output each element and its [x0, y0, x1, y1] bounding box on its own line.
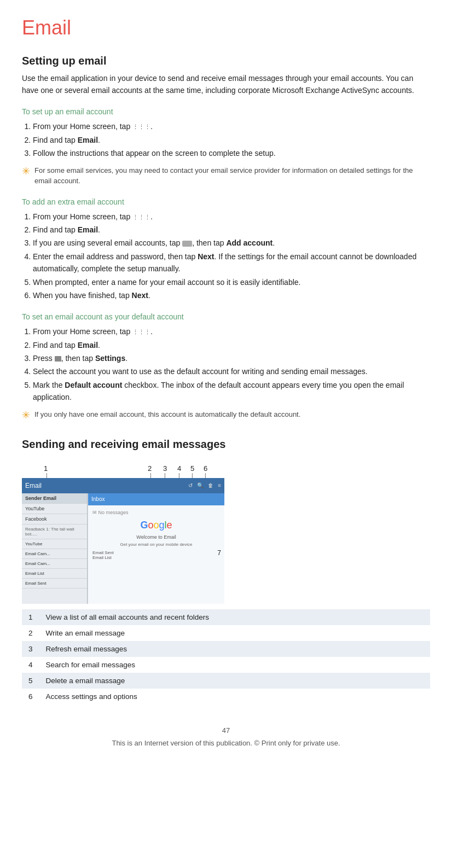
default-account-bold: Default account [65, 381, 122, 389]
topbar-icon-1: ↺ [188, 482, 193, 488]
step-3-4: Select the account you want to use as th… [33, 365, 430, 377]
num-label-4: 4 [177, 464, 181, 473]
sidebar-item-4: Readback 1: The tall wait bot..... [22, 525, 87, 539]
step-2-6: When you have finished, tap Next. [33, 289, 430, 301]
next-bold-2: Next [132, 291, 148, 300]
step-2-4: Enter the email address and password, th… [33, 251, 430, 275]
setting-up-email-intro: Use the email application in your device… [22, 73, 430, 96]
grid-icon-3: ⋮⋮⋮ [132, 329, 150, 335]
sidebar-item-8: Email List [22, 569, 87, 579]
table-cell-num-4: 4 [22, 657, 39, 673]
table-cell-desc-5: Delete a email massage [39, 673, 430, 689]
google-logo: Google [92, 520, 220, 531]
table-cell-desc-4: Search for email messages [39, 657, 430, 673]
grid-icon-2: ⋮⋮⋮ [132, 214, 150, 220]
topbar-icon-3: 🗑 [208, 482, 213, 488]
sidebar-item-5: YouTube [22, 539, 87, 549]
settings-bold: Settings [95, 354, 125, 363]
table-row: 2 Write an email message [22, 625, 430, 641]
app-main-body: ✉ No messages Google Welcome to Email Ge… [88, 505, 224, 564]
table-row: 5 Delete a email massage [22, 673, 430, 689]
sidebar-item-3: Facebook [22, 514, 87, 525]
sending-receiving-section: Sending and receiving email messages 1 2… [22, 438, 430, 704]
subsection-title-2: To add an extra email account [22, 197, 430, 206]
tip-icon-1: ✳ [22, 164, 30, 179]
table-cell-num-6: 6 [22, 689, 39, 704]
tip-icon-2: ✳ [22, 408, 30, 423]
app-sender-info: Email Sent Email List [92, 550, 220, 560]
num-label-2: 2 [148, 464, 152, 473]
num-label-5: 5 [190, 464, 194, 473]
app-topbar-title: Email [25, 482, 42, 490]
add-account-bold: Add account [226, 238, 273, 247]
sidebar-item-7: Email Cam... [22, 559, 87, 569]
footer-text: This is an Internet version of this publ… [22, 739, 430, 747]
app-main: Inbox ✉ No messages Google Welcome to Em… [88, 493, 224, 604]
grid-icon-1: ⋮⋮⋮ [132, 123, 150, 132]
topbar-icon-2: 🔍 [197, 482, 204, 488]
sidebar-item-6: Email Cam... [22, 549, 87, 559]
app-main-header: Inbox [88, 493, 224, 505]
app-screenshot: Email ↺ 🔍 🗑 ≡ Sender Email YouTube Faceb… [22, 478, 224, 604]
table-cell-desc-3: Refresh email messages [39, 641, 430, 657]
sidebar-item-1: Sender Email [22, 493, 87, 504]
table-cell-num-5: 5 [22, 673, 39, 689]
table-cell-desc-2: Write an email message [39, 625, 430, 641]
table-cell-num-1: 1 [22, 609, 39, 625]
step-3-2: Find and tap Email. [33, 339, 430, 351]
email-bold-2: Email [78, 225, 98, 234]
step-1-1: From your Home screen, tap ⋮⋮⋮. [33, 120, 430, 132]
tick-marks-row: | | | | | | [22, 473, 235, 478]
step-1-2: Find and tap Email. [33, 134, 430, 146]
step-3-3: Press , then tap Settings. [33, 352, 430, 364]
table-row: 1 View a list of all email accounts and … [22, 609, 430, 625]
table-row: 6 Access settings and options [22, 689, 430, 704]
app-topbar: Email ↺ 🔍 🗑 ≡ [22, 478, 224, 493]
info-table: 1 View a list of all email accounts and … [22, 609, 430, 704]
sidebar-item-2: YouTube [22, 504, 87, 514]
topbar-icon-4: ≡ [218, 482, 221, 488]
tip-box-1: ✳ For some email services, you may need … [22, 165, 430, 187]
next-bold-1: Next [198, 252, 214, 261]
page-number: 47 [22, 726, 430, 735]
setting-up-email-heading: Setting up email [22, 55, 430, 67]
app-sidebar: Sender Email YouTube Facebook Readback 1… [22, 493, 88, 604]
tip-text-1: For some email services, you may need to… [34, 165, 430, 187]
table-row: 4 Search for email messages [22, 657, 430, 673]
step-3-5: Mark the Default account checkbox. The i… [33, 379, 430, 404]
sending-receiving-heading: Sending and receiving email messages [22, 438, 430, 451]
num-label-7: 7 [217, 549, 221, 557]
screenshot-number-row: 1 2 3 4 5 6 [22, 456, 235, 473]
step-2-2: Find and tap Email. [33, 224, 430, 236]
table-cell-num-3: 3 [22, 641, 39, 657]
table-cell-num-2: 2 [22, 625, 39, 641]
num-label-3: 3 [163, 464, 167, 473]
steps-list-3: From your Home screen, tap ⋮⋮⋮. Find and… [33, 325, 430, 403]
dropdown-icon [182, 241, 192, 247]
step-2-3: If you are using several email accounts,… [33, 237, 430, 249]
menu-icon [55, 356, 61, 362]
app-main-body-text-1: ✉ No messages [92, 510, 220, 515]
app-welcome-text: Welcome to Email [92, 534, 220, 540]
step-2-5: When prompted, enter a name for your ema… [33, 276, 430, 288]
page-title: Email [22, 16, 430, 39]
steps-list-2: From your Home screen, tap ⋮⋮⋮. Find and… [33, 211, 430, 302]
sidebar-item-9: Email Sent [22, 579, 87, 589]
email-bold-1: Email [78, 136, 98, 144]
num-label-6: 6 [204, 464, 207, 473]
email-bold-3: Email [78, 341, 98, 349]
subsection-title-1: To set up an email account [22, 107, 430, 116]
footer: 47 This is an Internet version of this p… [22, 726, 430, 747]
app-main-header-text: Inbox [91, 496, 105, 502]
tip-box-2: ✳ If you only have one email account, th… [22, 409, 430, 423]
step-3-1: From your Home screen, tap ⋮⋮⋮. [33, 325, 430, 337]
subsection-title-3: To set an email account as your default … [22, 312, 430, 321]
num-label-1: 1 [44, 464, 48, 473]
app-body-desc: Get your email on your mobile device [92, 542, 220, 547]
step-2-1: From your Home screen, tap ⋮⋮⋮. [33, 211, 430, 223]
steps-list-1: From your Home screen, tap ⋮⋮⋮. Find and… [33, 120, 430, 159]
table-cell-desc-1: View a list of all email accounts and re… [39, 609, 430, 625]
tip-text-2: If you only have one email account, this… [34, 409, 300, 420]
step-1-3: Follow the instructions that appear on t… [33, 147, 430, 159]
table-row: 3 Refresh email messages [22, 641, 430, 657]
